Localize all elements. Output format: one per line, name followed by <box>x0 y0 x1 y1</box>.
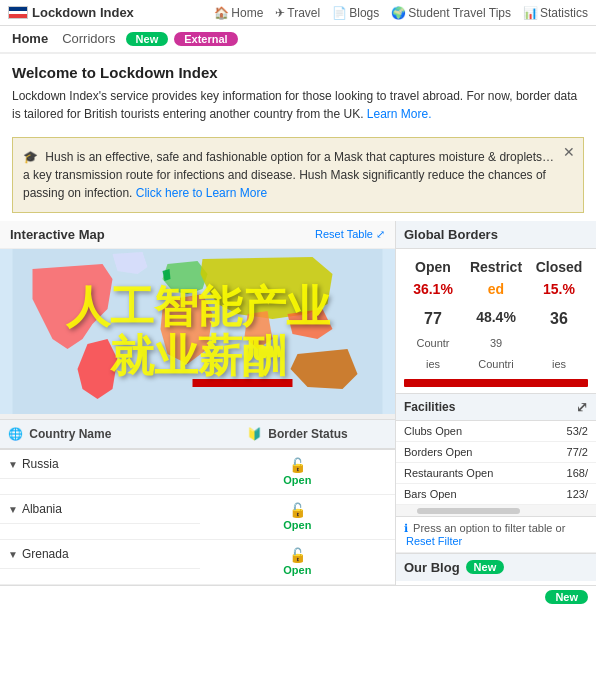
country-cell[interactable]: ▼ Grenada <box>0 540 200 569</box>
stat-ies-1: ies <box>402 356 464 374</box>
footer-new-badge[interactable]: New <box>545 590 588 604</box>
alert-link[interactable]: Click here to Learn More <box>136 186 267 200</box>
nav-bottom-corridors[interactable]: Corridors <box>58 29 119 48</box>
map-title: Interactive Map <box>10 227 105 242</box>
progress-bar-red <box>404 379 588 387</box>
stat-row[interactable]: Borders Open 77/2 <box>396 442 596 463</box>
global-stats: Open 36.1% Restrict ed Closed 15.% 77 48… <box>396 249 596 393</box>
stat-ies-3: ies <box>528 356 590 374</box>
blog-icon: 📄 <box>332 6 347 20</box>
status-badge: Open <box>283 474 311 486</box>
info-icon: ℹ <box>404 522 408 534</box>
our-blog-title: Our Blog <box>404 560 460 575</box>
status-badge: Open <box>283 519 311 531</box>
globe-icon: 🌍 <box>391 6 406 20</box>
table-row: ▼ Russia 🔓 Open <box>0 449 395 495</box>
nav-link-blogs[interactable]: 📄 Blogs <box>332 6 379 20</box>
stat-row[interactable]: Clubs Open 53/2 <box>396 421 596 442</box>
lock-icon: 🔓 <box>208 502 387 518</box>
stat-restricted: Restrict ed <box>465 256 527 301</box>
stat-val: 168/ <box>567 467 588 479</box>
stat-label: Borders Open <box>404 446 472 458</box>
stat-countries-3 <box>528 335 590 353</box>
col-border: 🔰 Border Status <box>200 420 395 449</box>
expand-icon[interactable]: ⤢ <box>576 399 588 415</box>
world-map-svg <box>0 249 395 414</box>
lock-icon: 🔓 <box>208 547 387 563</box>
stat-val: 53/2 <box>567 425 588 437</box>
global-borders-title: Global Borders <box>396 221 596 249</box>
filter-note: ℹ Press an option to filter table or Res… <box>396 517 596 553</box>
stat-row[interactable]: Restaurants Open 168/ <box>396 463 596 484</box>
main-layout: Interactive Map Reset Table ⤢ <box>0 221 596 585</box>
home-icon: 🏠 <box>214 6 229 20</box>
stat-val: 77/2 <box>567 446 588 458</box>
table-row: ▼ Albania 🔓 Open <box>0 495 395 540</box>
border-col-icon: 🔰 <box>247 427 262 441</box>
alert-icon: 🎓 <box>23 150 38 164</box>
reset-table-link[interactable]: Reset Table ⤢ <box>315 228 385 241</box>
status-cell: 🔓 Open <box>200 449 395 495</box>
welcome-body: Lockdown Index's service provides key in… <box>12 87 584 123</box>
expand-arrow: ▼ <box>8 504 18 515</box>
stat-ies-2: Countri <box>465 356 527 374</box>
welcome-title: Welcome to Lockdown Index <box>12 64 584 81</box>
col-country: 🌐 Country Name <box>0 420 200 449</box>
nav-logo: Lockdown Index <box>8 5 134 20</box>
stats-icon: 📊 <box>523 6 538 20</box>
expand-arrow: ▼ <box>8 459 18 470</box>
stat-36: 36 <box>528 306 590 332</box>
alert-text: Hush is an effective, safe and fashionab… <box>23 150 554 200</box>
badge-external[interactable]: External <box>174 32 237 46</box>
country-cell[interactable]: ▼ Albania <box>0 495 200 524</box>
svg-rect-1 <box>193 379 293 387</box>
stat-open: Open 36.1% <box>402 256 464 301</box>
stat-row[interactable]: Bars Open 123/ <box>396 484 596 505</box>
alert-box: ✕ 🎓 Hush is an effective, safe and fashi… <box>12 137 584 213</box>
stat-closed: Closed 15.% <box>528 256 590 301</box>
expand-arrow: ▼ <box>8 549 18 560</box>
learn-more-link[interactable]: Learn More. <box>367 107 432 121</box>
close-button[interactable]: ✕ <box>563 142 575 163</box>
stat-77: 77 <box>402 306 464 332</box>
table-row: ▼ Grenada 🔓 Open <box>0 540 395 585</box>
nav-bottom-home[interactable]: Home <box>8 29 52 48</box>
nav-link-tips[interactable]: 🌍 Student Travel Tips <box>391 6 511 20</box>
status-cell: 🔓 Open <box>200 540 395 585</box>
country-table: 🌐 Country Name 🔰 Border Status ▼ Rus <box>0 420 395 585</box>
our-blog-section: Our Blog New <box>396 553 596 581</box>
stat-label: Bars Open <box>404 488 457 500</box>
welcome-section: Welcome to Lockdown Index Lockdown Index… <box>0 54 596 129</box>
facilities-rows: Clubs Open 53/2 Borders Open 77/2 Restau… <box>396 421 596 505</box>
reset-filter-link[interactable]: Reset Filter <box>406 535 462 547</box>
status-badge: Open <box>283 564 311 576</box>
country-col-icon: 🌐 <box>8 427 23 441</box>
stat-label: Restaurants Open <box>404 467 493 479</box>
facilities-header: Facilities ⤢ <box>396 393 596 421</box>
stat-label: Clubs Open <box>404 425 462 437</box>
country-cell[interactable]: ▼ Russia <box>0 450 200 479</box>
lock-icon: 🔓 <box>208 457 387 473</box>
stat-val: 123/ <box>567 488 588 500</box>
nav-link-stats[interactable]: 📊 Statistics <box>523 6 588 20</box>
table-container: 🌐 Country Name 🔰 Border Status ▼ Rus <box>0 420 395 585</box>
facilities-scrollbar[interactable] <box>396 505 596 517</box>
travel-icon: ✈ <box>275 6 285 20</box>
stat-countries-2: 39 <box>465 335 527 353</box>
badge-new[interactable]: New <box>126 32 169 46</box>
left-panel: Interactive Map Reset Table ⤢ <box>0 221 396 585</box>
right-panel: Global Borders Open 36.1% Restrict ed Cl… <box>396 221 596 585</box>
map-header: Interactive Map Reset Table ⤢ <box>0 221 395 249</box>
footer-area: New <box>0 585 596 608</box>
nav-link-home[interactable]: 🏠 Home <box>214 6 263 20</box>
facilities-title: Facilities <box>404 400 455 414</box>
nav-top: Lockdown Index 🏠 Home ✈ Travel 📄 Blogs 🌍… <box>0 0 596 26</box>
blog-badge-new[interactable]: New <box>466 560 505 574</box>
status-cell: 🔓 Open <box>200 495 395 540</box>
stat-484: 48.4% <box>465 306 527 332</box>
map-container: 人工智能产业 就业薪酬 <box>0 249 395 414</box>
logo-text: Lockdown Index <box>32 5 134 20</box>
stat-countries-1: Countr <box>402 335 464 353</box>
flag-icon <box>8 6 28 19</box>
nav-link-travel[interactable]: ✈ Travel <box>275 6 320 20</box>
